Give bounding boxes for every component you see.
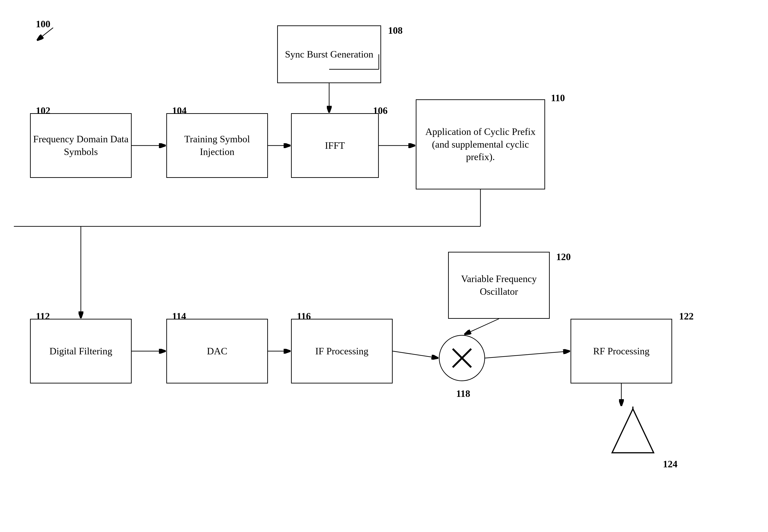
block-freq-domain: Frequency Domain Data Symbols (30, 113, 132, 178)
svg-marker-2 (612, 409, 654, 453)
svg-line-16 (393, 351, 438, 358)
label-100: 100 (36, 18, 50, 30)
label-110: 110 (551, 92, 565, 103)
label-108: 108 (388, 25, 403, 36)
label-112: 112 (36, 311, 50, 322)
block-ifft: IFFT (291, 113, 379, 178)
diagram: 100 Frequency Domain Data Symbols 102 Tr… (0, 0, 768, 532)
block-variable-freq-osc: Variable Frequency Oscillator (448, 252, 550, 319)
block-training-symbol: Training Symbol Injection (166, 113, 268, 178)
label-106: 106 (373, 105, 388, 116)
svg-line-5 (37, 28, 53, 40)
multiplier-118 (439, 335, 485, 381)
label-102: 102 (36, 105, 50, 116)
block-rf-processing: RF Processing (571, 319, 672, 383)
svg-line-17 (464, 319, 499, 334)
label-124: 124 (663, 459, 677, 470)
antenna-124 (610, 407, 656, 461)
block-cyclic-prefix: Application of Cyclic Prefix (and supple… (416, 99, 545, 189)
block-sync-burst: Sync Burst Generation (277, 25, 381, 83)
block-if-processing: IF Processing (291, 319, 393, 383)
svg-line-18 (485, 351, 570, 358)
label-118: 118 (456, 388, 470, 399)
block-dac: DAC (166, 319, 268, 383)
block-digital-filtering: Digital Filtering (30, 319, 132, 383)
label-104: 104 (172, 105, 187, 116)
label-116: 116 (297, 311, 311, 322)
label-120: 120 (556, 251, 571, 262)
label-122: 122 (679, 311, 694, 322)
label-114: 114 (172, 311, 186, 322)
